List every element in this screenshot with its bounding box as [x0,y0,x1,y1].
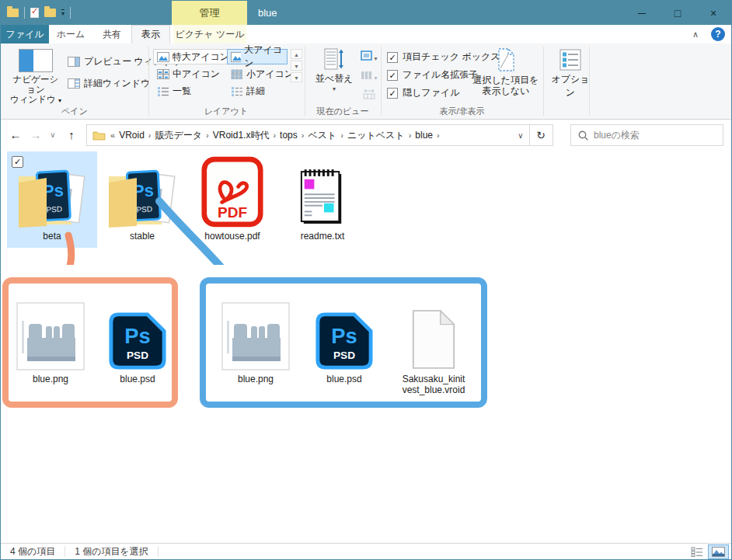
maximize-button[interactable]: □ [660,1,695,25]
hidden-files-checkbox[interactable]: ✓ 隠しファイル [387,86,459,99]
file-item-blue-psd-orange[interactable]: blue.psd [99,297,176,384]
view-list[interactable]: 一覧 [153,83,195,99]
file-item-readme-txt[interactable]: readme.txt [277,151,368,242]
item-checkbox-checked[interactable]: ✓ [12,156,23,168]
file-item-blue-png-blue[interactable]: blue.png [217,297,295,384]
breadcrumb-item[interactable]: 販売データ [152,129,204,142]
file-name: blue.psd [305,374,383,384]
file-name: stable [97,231,187,242]
checkbox-checked-icon: ✓ [387,70,398,81]
qat-new-folder-icon[interactable] [44,9,56,17]
breadcrumb-item[interactable]: tops [277,130,300,141]
png-thumbnail-icon [221,302,290,370]
file-name: Sakusaku_kinit vest_blue.vroid [391,374,476,395]
thumbnail-view-toggle[interactable] [708,544,729,559]
folder-icon [92,130,106,141]
size-columns-icon [363,89,375,99]
qat-folder-icon[interactable] [7,9,19,17]
details-view-label: 詳細 [246,85,265,98]
group-label-show-hide: 表示/非表示 [381,106,543,117]
divider [158,546,159,557]
file-list-area[interactable]: ✓ beta stable howtouse.pdf readme.txt bl… [1,148,731,543]
navigation-pane-button[interactable]: ナビゲーション ウィンドウ ▾ [9,49,63,106]
help-icon[interactable]: ? [711,27,725,41]
close-button[interactable]: × [695,1,731,25]
options-icon [559,49,581,71]
breadcrumb-separator[interactable]: › [435,130,441,140]
size-columns-button[interactable] [360,89,378,101]
hide-selected-items-button[interactable]: 選択した項目を 表示しない [472,47,540,96]
breadcrumb-separator[interactable]: › [300,130,306,140]
details-pane-label: 詳細ウィンドウ [84,77,150,90]
breadcrumb-item[interactable]: ニットベスト [345,129,407,142]
tab-picture-tools[interactable]: ピクチャ ツール [173,25,246,43]
address-dropdown-icon[interactable]: ∨ [512,131,529,140]
view-small-icons[interactable]: 小アイコン [227,66,298,82]
small-icons-icon [231,69,243,79]
options-button[interactable]: オプション [548,49,593,99]
chevron-down-icon: ▾ [308,85,360,92]
file-name-extensions-label: ファイル名拡張子 [403,68,478,82]
file-item-beta[interactable]: ✓ beta [7,151,97,248]
breadcrumb-separator[interactable]: › [147,130,153,140]
breadcrumb-item-current[interactable]: blue [413,130,435,141]
breadcrumb-overflow-icon[interactable]: « [109,130,117,140]
quick-access-toolbar: ✓ ▾ [7,1,71,25]
gallery-scroll-up-icon[interactable]: ▲ [291,49,302,59]
view-large-icons[interactable]: 大アイコン [227,49,288,64]
group-by-button[interactable]: ▾ [360,50,378,62]
checkbox-checked-icon: ✓ [387,88,398,99]
tab-share[interactable]: 共有 [92,25,131,43]
add-columns-button[interactable]: ▾ [360,70,378,82]
selection-count: 1 個の項目を選択 [65,545,158,558]
file-item-howtouse-pdf[interactable]: howtouse.pdf [187,151,277,242]
collapse-ribbon-icon[interactable]: ∧ [686,25,705,43]
gallery-scroll-down-icon[interactable]: ▼ [291,61,302,71]
view-details[interactable]: 詳細 [227,83,269,99]
list-view-label: 一覧 [173,85,191,98]
window-title: blue [258,1,277,25]
file-item-blue-png-orange[interactable]: blue.png [12,297,89,384]
breadcrumb-item[interactable]: ベスト [305,129,339,142]
sort-by-button[interactable]: 並べ替え ▾ [308,48,360,92]
search-input[interactable] [594,130,716,141]
file-name: blue.psd [99,374,176,384]
breadcrumb-item[interactable]: VRoid [117,130,147,141]
details-view-toggle[interactable] [686,544,707,559]
refresh-icon[interactable]: ↻ [529,124,553,146]
minimize-button[interactable]: ─ [624,1,660,25]
breadcrumb-separator[interactable]: › [407,130,413,140]
gallery-more-icon[interactable]: ▼ [291,72,302,82]
breadcrumb-separator[interactable]: › [339,130,345,140]
up-icon[interactable]: ↑ [61,125,82,145]
list-view-icon [157,86,169,96]
address-breadcrumb-box[interactable]: « VRoid › 販売データ › VRoid1.x時代 › tops › ベス… [86,124,530,146]
view-extra-large-icons[interactable]: 特大アイコン [153,49,233,64]
file-item-stable[interactable]: stable [97,151,187,242]
file-item-vroid[interactable]: Sakusaku_kinit vest_blue.vroid [391,297,476,395]
search-box [570,124,723,146]
forward-icon[interactable]: → [26,125,46,145]
tab-home[interactable]: ホーム [49,25,92,43]
tab-view[interactable]: 表示 [131,25,170,43]
breadcrumb-separator[interactable]: › [271,130,277,140]
small-icons-label: 小アイコン [246,68,294,81]
generic-file-icon [409,308,458,370]
extra-large-icons-icon [157,52,169,62]
view-medium-icons[interactable]: 中アイコン [153,66,224,82]
folder-psd-icon [15,162,89,228]
manage-contextual-tab[interactable]: 管理 [172,1,247,25]
file-name-extensions-checkbox[interactable]: ✓ ファイル名拡張子 [387,68,478,82]
recent-locations-icon[interactable]: ∨ [46,125,60,145]
tab-file[interactable]: ファイル [1,25,49,43]
file-item-blue-psd-blue[interactable]: blue.psd [305,297,383,384]
breadcrumb-item[interactable]: VRoid1.x時代 [211,129,272,142]
titlebar: ✓ ▾ 管理 blue ─ □ × [1,1,731,25]
qat-customize-icon[interactable]: ▾ [61,9,64,17]
qat-properties-icon[interactable]: ✓ [30,8,39,18]
file-name: howtouse.pdf [187,231,277,242]
medium-icons-label: 中アイコン [173,68,220,81]
breadcrumb-separator[interactable]: › [204,130,211,140]
back-icon[interactable]: ← [5,125,26,145]
details-pane-button[interactable]: 詳細ウィンドウ [68,77,150,90]
